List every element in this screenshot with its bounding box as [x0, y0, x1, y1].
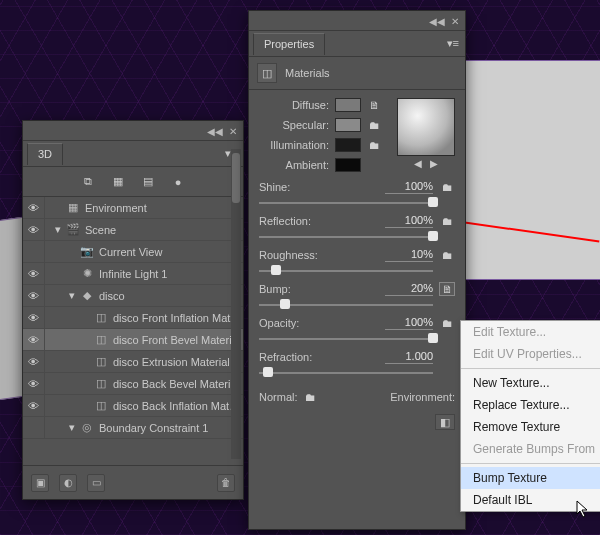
opacity-slider[interactable]	[259, 332, 433, 346]
slider-shine: Shine:100%🖿	[249, 176, 465, 210]
tree-row[interactable]: 👁✺Infinite Light 1	[23, 263, 243, 285]
tree-row[interactable]: 👁◫disco Back Bevel Material	[23, 373, 243, 395]
material-sliders: Shine:100%🖿Reflection:100%🖿Roughness:10%…	[249, 176, 465, 380]
filter-icon[interactable]: ⧉	[80, 174, 96, 190]
visibility-toggle[interactable]	[23, 241, 45, 262]
tree-row[interactable]: 📷Current View	[23, 241, 243, 263]
diffuse-texture-icon[interactable]: 🗎	[367, 98, 381, 112]
camera-icon: 📷	[79, 245, 95, 259]
visibility-toggle[interactable]: 👁	[23, 329, 45, 350]
mask-icon[interactable]: ▤	[140, 174, 156, 190]
expand-arrow[interactable]: ▾	[65, 421, 79, 434]
specular-swatch[interactable]	[335, 118, 361, 132]
tab-3d[interactable]: 3D	[27, 143, 63, 165]
opacity-value[interactable]: 100%	[385, 316, 433, 330]
normal-texture-icon[interactable]: 🖿	[304, 390, 318, 404]
material-preview-nav[interactable]: ◀ ▶	[397, 158, 455, 169]
panel-3d-tabs: 3D ▾≡	[23, 141, 243, 167]
slider-bump: Bump:20%🗎	[249, 278, 465, 312]
bump-texture-icon[interactable]: 🗎	[439, 282, 455, 296]
refraction-label: Refraction:	[259, 351, 329, 363]
illumination-swatch[interactable]	[335, 138, 361, 152]
tree-row[interactable]: 👁▦Environment	[23, 197, 243, 219]
roughness-texture-icon[interactable]: 🖿	[439, 249, 455, 261]
tree-row[interactable]: ▾◎Boundary Constraint 1	[23, 417, 243, 439]
environment-texture-icon[interactable]: ◧	[435, 414, 455, 430]
visibility-toggle[interactable]: 👁	[23, 395, 45, 416]
tree-row[interactable]: 👁▾◆disco	[23, 285, 243, 307]
reflection-texture-icon[interactable]: 🖿	[439, 215, 455, 227]
specular-texture-icon[interactable]: 🖿	[367, 118, 381, 132]
menu-item[interactable]: Bump Texture	[461, 467, 600, 489]
menu-item[interactable]: Replace Texture...	[461, 394, 600, 416]
panel-3d-collapse-controls[interactable]: ◀◀✕	[201, 125, 237, 137]
material-footer: ◧	[249, 408, 465, 440]
viewport-geometry-right	[460, 60, 600, 280]
material-swatches: Diffuse: 🗎 Specular: 🖿 Illumination: 🖿 A…	[249, 90, 465, 176]
tree-row[interactable]: 👁◫disco Extrusion Material	[23, 351, 243, 373]
illumination-row: Illumination: 🖿	[259, 138, 387, 152]
tree-row[interactable]: 👁◫disco Front Inflation Mat...	[23, 307, 243, 329]
bump-label: Bump:	[259, 283, 329, 295]
panel-properties-menu-icon[interactable]: ▾≡	[441, 37, 465, 50]
visibility-toggle[interactable]: 👁	[23, 263, 45, 284]
refraction-value[interactable]: 1.000	[385, 350, 433, 364]
specular-label: Specular:	[259, 119, 329, 131]
visibility-toggle[interactable]: 👁	[23, 285, 45, 306]
opacity-texture-icon[interactable]: 🖿	[439, 317, 455, 329]
shine-label: Shine:	[259, 181, 329, 193]
ambient-label: Ambient:	[259, 159, 329, 171]
tree-row[interactable]: 👁◫disco Front Bevel Material	[23, 329, 243, 351]
bump-value[interactable]: 20%	[385, 282, 433, 296]
tree-item-label: disco	[99, 290, 243, 302]
reflection-slider[interactable]	[259, 230, 433, 244]
bump-slider[interactable]	[259, 298, 433, 312]
refraction-slider[interactable]	[259, 366, 433, 380]
slider-refraction: Refraction:1.000	[249, 346, 465, 380]
illumination-label: Illumination:	[259, 139, 329, 151]
shine-value[interactable]: 100%	[385, 180, 433, 194]
render-icon[interactable]: ◐	[59, 474, 77, 492]
material-preview[interactable]	[397, 98, 455, 156]
tree-row[interactable]: 👁◫disco Back Inflation Mate...	[23, 395, 243, 417]
material-icon: ◫	[93, 333, 109, 347]
visibility-toggle[interactable]: 👁	[23, 197, 45, 218]
menu-item[interactable]: Default IBL	[461, 489, 600, 511]
material-icon: ◫	[93, 311, 109, 325]
ambient-swatch[interactable]	[335, 158, 361, 172]
visibility-toggle[interactable]	[23, 417, 45, 438]
panel-3d-titlebar[interactable]: ◀◀✕	[23, 121, 243, 141]
diffuse-row: Diffuse: 🗎	[259, 98, 387, 112]
roughness-value[interactable]: 10%	[385, 248, 433, 262]
diffuse-swatch[interactable]	[335, 98, 361, 112]
tree-row[interactable]: 👁▾🎬Scene	[23, 219, 243, 241]
panel-properties-titlebar[interactable]: ◀◀✕	[249, 11, 465, 31]
visibility-toggle[interactable]: 👁	[23, 373, 45, 394]
shine-slider[interactable]	[259, 196, 433, 210]
material-preview-col: ◀ ▶	[397, 98, 455, 172]
menu-item[interactable]: Remove Texture	[461, 416, 600, 438]
material-icon: ◫	[93, 399, 109, 413]
visibility-toggle[interactable]: 👁	[23, 351, 45, 372]
menu-item: Generate Bumps From Diffuse	[461, 438, 600, 460]
shine-texture-icon[interactable]: 🖿	[439, 181, 455, 193]
grid-icon[interactable]: ▦	[110, 174, 126, 190]
light-icon[interactable]: ●	[170, 174, 186, 190]
scene-tree-scrollbar[interactable]	[231, 149, 241, 459]
reflection-value[interactable]: 100%	[385, 214, 433, 228]
roughness-slider[interactable]	[259, 264, 433, 278]
expand-arrow[interactable]: ▾	[51, 223, 65, 236]
visibility-toggle[interactable]: 👁	[23, 219, 45, 240]
illumination-texture-icon[interactable]: 🖿	[367, 138, 381, 152]
new-icon[interactable]: ▭	[87, 474, 105, 492]
material-icon: ◫	[93, 355, 109, 369]
panel-properties-collapse-controls[interactable]: ◀◀✕	[423, 15, 459, 27]
visibility-toggle[interactable]: 👁	[23, 307, 45, 328]
tab-properties[interactable]: Properties	[253, 33, 325, 55]
reflection-label: Reflection:	[259, 215, 329, 227]
specular-row: Specular: 🖿	[259, 118, 387, 132]
menu-item[interactable]: New Texture...	[461, 372, 600, 394]
layers-icon[interactable]: ▣	[31, 474, 49, 492]
expand-arrow[interactable]: ▾	[65, 289, 79, 302]
delete-icon[interactable]: 🗑	[217, 474, 235, 492]
